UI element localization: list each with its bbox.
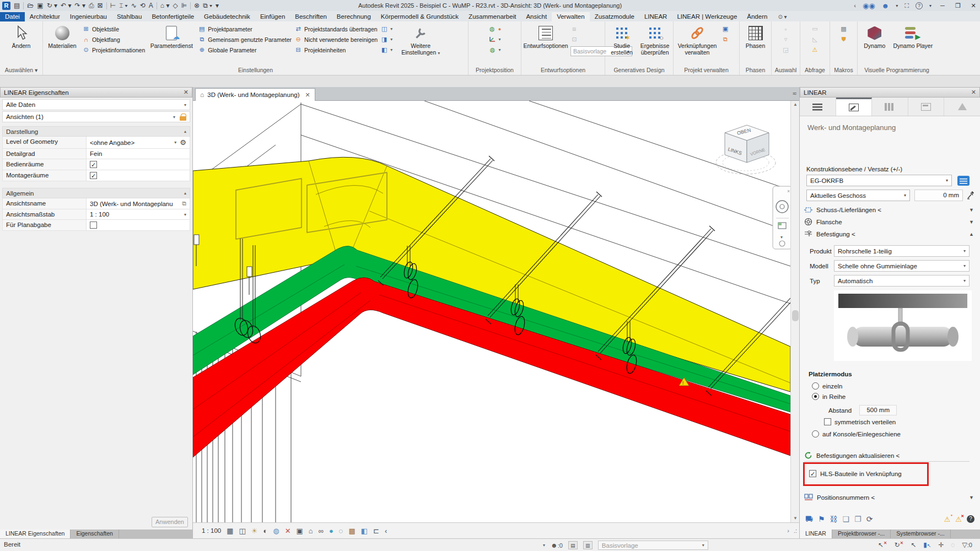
sync-icon[interactable]: ↻ ▾ xyxy=(47,2,57,9)
print-icon[interactable]: ⎙ xyxy=(89,2,94,9)
tab-edit[interactable] xyxy=(836,98,873,116)
panel-schedule-settings-button[interactable]: ◧▾ xyxy=(380,45,392,55)
switch-windows-icon[interactable]: ⧉ ▾ xyxy=(203,2,212,9)
view-scale-dropdown[interactable]: 1 : 100▾ xyxy=(87,209,190,219)
warning-error-icon[interactable]: ⚠ xyxy=(955,515,962,523)
transfer-standards-button[interactable]: ⇄Projektstandards übertragen xyxy=(294,24,378,34)
tab-calculation[interactable] xyxy=(908,98,945,116)
tab-menu[interactable] xyxy=(800,98,836,116)
tag-icon[interactable]: ⟲ xyxy=(140,2,146,9)
place-row-icon[interactable]: ⛓ xyxy=(830,515,838,523)
manage-links-button[interactable]: Verknüpfungen verwalten xyxy=(676,23,719,56)
coordinates-button[interactable]: ▾ xyxy=(488,35,500,44)
typ-combobox[interactable]: Automatisch▾ xyxy=(834,275,970,287)
global-parameters-button[interactable]: ⊕Globale Parameter xyxy=(198,45,292,55)
constraints-icon[interactable]: ⊏ xyxy=(373,527,379,535)
scroll-up-icon[interactable]: ▲ xyxy=(791,101,800,109)
view-tab-3d[interactable]: ⌂ 3D (Werk- und Montageplanung) ✕ xyxy=(195,88,315,101)
tab-architektur[interactable]: Architektur xyxy=(25,12,65,21)
apply-button[interactable]: Anwenden xyxy=(152,517,188,527)
update-fastenings-row[interactable]: Befestigungen aktualisieren < xyxy=(804,450,976,461)
gear-icon[interactable]: ⚙ xyxy=(180,138,186,147)
modell-combobox[interactable]: Schelle ohne Gummieinlage▾ xyxy=(834,260,970,272)
tab-betonfertigteile[interactable]: Betonfertigteile xyxy=(147,12,199,21)
mep-settings-button[interactable]: ◨▾ xyxy=(380,35,392,44)
minimize-button[interactable]: ─ xyxy=(938,2,947,9)
reveal-hidden-icon[interactable]: ● xyxy=(329,527,333,535)
chevron-up-icon[interactable]: ▲ xyxy=(969,231,974,237)
warning-orange-icon[interactable]: ⚠ xyxy=(944,515,951,523)
pipette-icon[interactable] xyxy=(966,190,974,201)
views-combobox[interactable]: Ansichten (1) ▾ xyxy=(2,111,190,122)
tab-library[interactable] xyxy=(872,98,908,116)
vertical-scrollbar[interactable]: ▲ ▼ xyxy=(790,101,799,522)
view-name-value[interactable]: 3D (Werk- und Montageplanu ⧉ xyxy=(87,198,190,209)
design-option-combobox[interactable]: Basisvorlage▾ xyxy=(598,541,708,550)
additional-settings-button[interactable]: Weitere Einstellungen ▾ xyxy=(395,23,446,56)
exclude-options-icon[interactable]: ↖✕ xyxy=(878,541,887,549)
project-information-button[interactable]: ⊙Projektinformationen xyxy=(82,45,145,55)
section-befestigung[interactable]: Befestigung < ▲ xyxy=(804,229,976,239)
close-view-icon[interactable]: ✕ xyxy=(305,91,310,99)
crop-region-icon[interactable]: ▣ xyxy=(297,527,303,535)
tab-linear-werkzeuge[interactable]: LINEAR | Werkzeuge xyxy=(672,12,742,21)
tab-projektbrowser[interactable]: Projektbrowser -... xyxy=(832,530,891,538)
explore-outcomes-button[interactable]: ○ Ergebnisse überprüfen xyxy=(639,23,671,56)
close-icon[interactable]: ✕ xyxy=(184,89,189,96)
macro-manager-button[interactable]: ▩ xyxy=(840,24,848,34)
linear-panel-header[interactable]: LINEAR ✕ xyxy=(800,87,980,98)
planabgabe-checkbox[interactable] xyxy=(90,222,97,229)
resize-grip[interactable]: .: xyxy=(794,527,797,534)
select-pinned-icon[interactable]: ▮↖ xyxy=(923,541,931,549)
tab-warnings[interactable] xyxy=(944,98,980,116)
edit-selection-button[interactable]: ◲ xyxy=(782,45,790,55)
save-selection-button[interactable]: ▫ xyxy=(782,24,790,34)
visual-style-icon[interactable]: ◫ xyxy=(239,527,245,535)
scrollbar-thumb[interactable] xyxy=(792,310,799,321)
search-icon[interactable]: ◉◉ xyxy=(863,2,875,10)
tab-beschriften[interactable]: Beschriften xyxy=(290,12,332,21)
collapse-icon[interactable]: ▴ xyxy=(184,191,186,196)
associate-icon[interactable]: ⧉ xyxy=(182,200,186,207)
chevron-down-icon[interactable]: ▾ xyxy=(543,543,545,548)
properties-toggle-icon[interactable]: ▤ xyxy=(14,2,20,9)
tab-eigenschaften[interactable]: Eigenschaften xyxy=(71,530,119,538)
ribbon-state-icon[interactable]: ⊙ ▾ xyxy=(778,14,787,21)
dropdown-icon[interactable]: ▾ xyxy=(896,3,898,8)
abstand-input[interactable]: 500 mm xyxy=(859,405,897,415)
tab-linear[interactable]: LINEAR xyxy=(639,12,672,21)
parameter-service-button[interactable]: ☁ Parameterdienst xyxy=(148,23,195,50)
text-icon[interactable]: A xyxy=(149,2,153,9)
default-3d-view-icon[interactable]: ⌂ ▾ xyxy=(160,2,170,9)
chevron-down-icon[interactable]: ▼ xyxy=(969,495,974,500)
phases-button[interactable]: Phasen xyxy=(742,23,769,50)
undo-icon[interactable]: ↶ ▾ xyxy=(61,2,71,9)
load-selection-button[interactable]: ▿ xyxy=(782,35,790,44)
close-icon[interactable]: ✕ xyxy=(971,89,976,96)
bedienraeume-checkbox[interactable]: ✓ xyxy=(90,161,97,168)
refresh-sheet-icon[interactable]: ⟳ xyxy=(866,515,873,523)
linear-properties-header[interactable]: LINEAR Eigenschaften ✕ xyxy=(0,87,192,98)
place-single-icon[interactable]: ⛟ xyxy=(805,515,813,523)
produkt-combobox[interactable]: Rohrschelle 1-teilig▾ xyxy=(834,245,970,257)
open-icon[interactable]: 🗁 xyxy=(27,2,34,9)
duplicate-icon[interactable]: ❏ xyxy=(843,515,850,523)
project-parameters-button[interactable]: ▤Projektparameter xyxy=(198,24,292,34)
spline-icon[interactable]: ∿ xyxy=(131,2,137,9)
view-scale[interactable]: 1 : 100 xyxy=(202,527,221,534)
customize-qat-icon[interactable]: ▾ xyxy=(216,2,219,9)
view-list-icon[interactable]: ≂ xyxy=(793,90,797,96)
warnings-button[interactable]: ⚠ xyxy=(811,45,819,55)
materials-button[interactable]: Materialien xyxy=(45,23,79,50)
displacement-icon[interactable]: ◧ xyxy=(361,527,368,535)
collapse-left-icon[interactable]: ‹ xyxy=(385,527,387,535)
view-lock-icon[interactable]: ⌂ xyxy=(309,527,313,535)
collapse-search-icon[interactable]: ‹ xyxy=(854,2,856,9)
measure-icon[interactable]: ⊢ xyxy=(110,2,116,9)
positionsnummern-row[interactable]: Positionsnummern < ▼ xyxy=(804,492,976,503)
render-icon[interactable]: ◍ xyxy=(273,527,279,535)
save-icon[interactable]: ▣ xyxy=(37,2,43,9)
project-units-button[interactable]: ⊟Projekteinheiten xyxy=(294,45,378,55)
purge-unused-button[interactable]: ⊖Nicht verwendete bereinigen xyxy=(294,35,378,44)
tab-zusatzmodule[interactable]: Zusatzmodule xyxy=(590,12,639,21)
